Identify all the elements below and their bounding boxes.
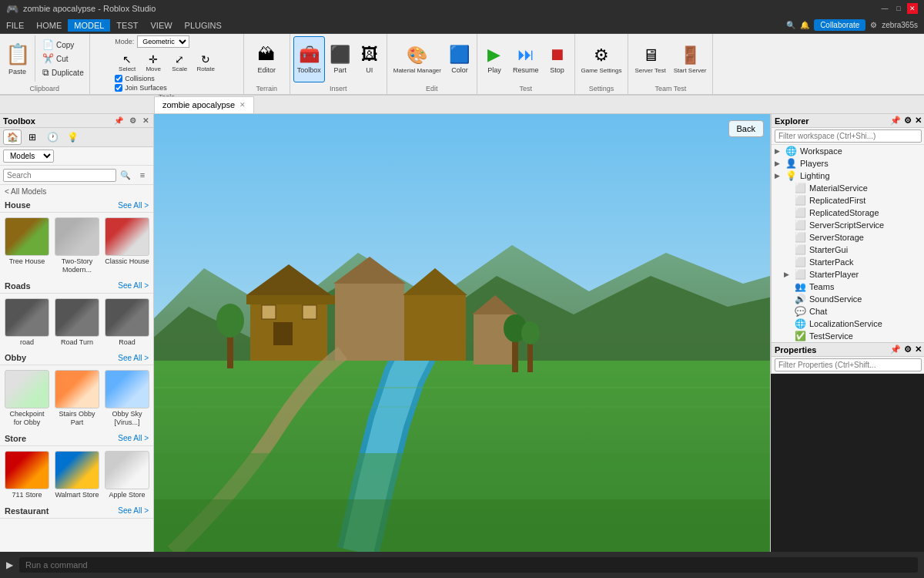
list-item[interactable]: Checkpoint for Obby (3, 368, 51, 428)
collisions-checkbox-row[interactable]: Collisions (115, 75, 167, 82)
properties-close-button[interactable]: ✕ (915, 344, 922, 355)
list-item[interactable]: Road Turn (53, 297, 101, 348)
explorer-settings-button[interactable]: ⚙ (904, 116, 912, 126)
section-grid-obby: Checkpoint for ObbyStairs Obby PartObby … (0, 365, 153, 432)
section-grid-store: 711 StoreWalmart StoreApple Store (0, 446, 153, 504)
toolbox-close-button[interactable]: ✕ (141, 116, 150, 126)
list-item[interactable]: Two-Story Modern... (53, 216, 101, 276)
game-settings-label: Game Settings (581, 67, 622, 74)
color-button[interactable]: 🟦 Color (446, 36, 474, 82)
tree-item[interactable]: 🌐 LocalizationService (772, 318, 924, 330)
menu-test[interactable]: TEST (110, 19, 144, 32)
properties-pin-button[interactable]: 📌 (890, 344, 901, 355)
tree-item[interactable]: ⬜ StarterPack (772, 256, 924, 268)
list-item[interactable]: Classic House (103, 216, 151, 276)
svg-rect-20 (512, 338, 518, 372)
copy-button[interactable]: 📄Copy (40, 39, 86, 51)
close-tab-button[interactable]: ✕ (239, 101, 246, 109)
tree-item[interactable]: 🔊 SoundService (772, 293, 924, 305)
collisions-checkbox[interactable] (115, 75, 122, 82)
explorer-filter-input[interactable] (775, 129, 922, 143)
tree-item[interactable]: 👥 Teams (772, 281, 924, 293)
explorer-title: Explorer (775, 116, 809, 126)
toolbox-tab-recent[interactable]: 🕐 (43, 129, 62, 145)
tree-item[interactable]: 💬 Chat (772, 305, 924, 318)
item-label: Walmart Store (55, 491, 99, 499)
move-button[interactable]: ✛ Move (141, 52, 166, 73)
stop-button[interactable]: ⏹ Stop (544, 36, 571, 82)
toolbox-settings-button[interactable]: ⚙ (128, 116, 138, 126)
tree-item[interactable]: ▶ 👤 Players (772, 157, 924, 170)
all-models-link[interactable]: < All Models (0, 185, 153, 198)
resume-button[interactable]: ⏭ Resume (510, 36, 542, 82)
tree-item[interactable]: ⬜ ServerStorage (772, 231, 924, 244)
play-button[interactable]: ▶ Play (480, 36, 508, 82)
bottom-bar: ▶ (0, 552, 924, 578)
viewport[interactable]: Back (154, 114, 770, 552)
maximize-button[interactable]: □ (893, 3, 904, 14)
rotate-button[interactable]: ↻ Rotate (193, 52, 218, 73)
list-item[interactable]: road (3, 297, 51, 348)
terrain-editor-button[interactable]: 🏔 Editor (253, 36, 280, 82)
toolbox-pin-button[interactable]: 📌 (112, 116, 125, 126)
tree-item[interactable]: ▶ 🌐 Workspace (772, 145, 924, 157)
game-settings-button[interactable]: ⚙ Game Settings (578, 36, 625, 82)
list-item[interactable]: Walmart Store (53, 449, 101, 501)
tree-item[interactable]: ✅ TestService (772, 330, 924, 342)
select-button[interactable]: ↖ Select (115, 52, 139, 73)
back-button[interactable]: Back (728, 120, 764, 137)
tree-item[interactable]: ⬜ ServerScriptService (772, 219, 924, 231)
list-item[interactable]: 711 Store (3, 449, 51, 501)
menu-plugins[interactable]: PLUGINS (179, 19, 228, 32)
toolbox-tab-models[interactable]: 🏠 (3, 129, 22, 145)
menu-view[interactable]: VIEW (144, 19, 178, 32)
menu-home[interactable]: HOME (30, 19, 68, 32)
tree-item[interactable]: ▶ 💡 Lighting (772, 170, 924, 182)
minimize-button[interactable]: — (879, 3, 890, 14)
command-input[interactable] (19, 557, 918, 573)
search-button[interactable]: 🔍 (118, 167, 133, 183)
close-button[interactable]: ✕ (907, 3, 918, 14)
paste-label[interactable]: Paste (8, 68, 26, 76)
exit-game-button[interactable]: 🚪 Start Server (671, 36, 710, 82)
mode-select[interactable]: Geometric Physical (137, 35, 189, 48)
list-item[interactable]: Stairs Obby Part (53, 368, 101, 428)
server-test-button[interactable]: 🖥 Server Test (631, 36, 668, 82)
clipboard-group-label: Clipboard (30, 83, 60, 92)
join-surfaces-checkbox[interactable] (115, 84, 122, 92)
collaborate-button[interactable]: Collaborate (814, 19, 865, 31)
tree-item[interactable]: ⬜ MaterialService (772, 182, 924, 194)
toolbox-tab-grid[interactable]: ⊞ (23, 129, 42, 145)
filter-button[interactable]: ≡ (135, 167, 150, 183)
list-item[interactable]: Road (103, 297, 151, 348)
right-panel: Explorer 📌 ⚙ ✕ ▶ 🌐 Workspace ▶ 👤 Players… (770, 114, 924, 552)
tree-item[interactable]: ⬜ ReplicatedStorage (772, 207, 924, 219)
model-category-select[interactable]: Models Decals Meshes (3, 150, 54, 163)
viewport-tab[interactable]: zombie apocalypse ✕ (154, 96, 254, 113)
toolbox-tab-inventory[interactable]: 💡 (63, 129, 82, 145)
properties-filter-input[interactable] (775, 358, 922, 371)
search-input[interactable] (3, 169, 116, 182)
list-item[interactable]: Obby Sky [Virus...] (103, 368, 151, 428)
menu-file[interactable]: FILE (0, 19, 30, 32)
properties-settings-button[interactable]: ⚙ (904, 344, 912, 355)
tree-node-label: ServerStorage (809, 233, 864, 242)
material-manager-button[interactable]: 🎨 Material Manager (390, 36, 444, 82)
explorer-close-button[interactable]: ✕ (915, 116, 922, 126)
tree-node-label: LocalizationService (809, 319, 882, 328)
explorer-pin-button[interactable]: 📌 (890, 116, 901, 126)
toolbox-button[interactable]: 🧰 Toolbox (293, 36, 325, 82)
cut-button[interactable]: ✂️Cut (40, 52, 86, 65)
join-surfaces-checkbox-row[interactable]: Join Surfaces (115, 84, 167, 92)
scale-button[interactable]: ⤢ Scale (167, 52, 192, 73)
list-item[interactable]: Tree House (3, 216, 51, 276)
tree-node-icon: 🌐 (785, 146, 797, 156)
menu-model[interactable]: MODEL (68, 19, 110, 32)
tree-item[interactable]: ⬜ StarterGui (772, 244, 924, 256)
tree-item[interactable]: ▶ ⬜ StarterPlayer (772, 268, 924, 281)
list-item[interactable]: Apple Store (103, 449, 151, 501)
duplicate-button[interactable]: ⧉Duplicate (40, 66, 86, 79)
part-button[interactable]: ⬛ Part (326, 36, 354, 82)
ui-button[interactable]: 🖼 UI (356, 36, 383, 82)
tree-item[interactable]: ⬜ ReplicatedFirst (772, 194, 924, 207)
